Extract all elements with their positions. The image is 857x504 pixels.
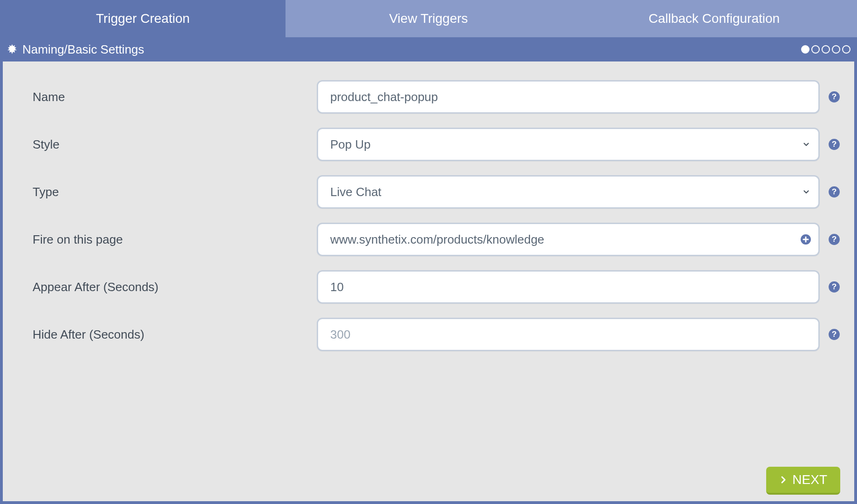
form-footer: NEXT bbox=[33, 465, 840, 497]
help-icon[interactable]: ? bbox=[828, 138, 840, 150]
label-name: Name bbox=[33, 90, 317, 104]
row-fire-page: Fire on this page ? bbox=[33, 223, 840, 256]
chevron-right-icon bbox=[779, 476, 788, 484]
help-icon[interactable]: ? bbox=[828, 328, 840, 341]
badge-icon bbox=[7, 44, 18, 55]
svg-text:?: ? bbox=[832, 282, 837, 291]
help-icon[interactable]: ? bbox=[828, 281, 840, 293]
row-style: Style Pop Up ? bbox=[33, 128, 840, 161]
appear-after-input[interactable] bbox=[317, 270, 820, 304]
step-dot-1 bbox=[801, 45, 809, 54]
label-hide-after: Hide After (Seconds) bbox=[33, 327, 317, 342]
name-input[interactable] bbox=[317, 80, 820, 114]
step-dot-4 bbox=[832, 45, 840, 54]
section-header: Naming/Basic Settings bbox=[0, 37, 857, 61]
label-style: Style bbox=[33, 137, 317, 152]
help-icon[interactable]: ? bbox=[828, 91, 840, 103]
tab-label: Trigger Creation bbox=[96, 11, 190, 26]
tab-trigger-creation[interactable]: Trigger Creation bbox=[0, 0, 286, 37]
next-button-label: NEXT bbox=[792, 472, 827, 487]
next-button[interactable]: NEXT bbox=[766, 467, 840, 495]
tab-label: Callback Configuration bbox=[648, 11, 780, 26]
svg-text:?: ? bbox=[832, 329, 837, 339]
fire-page-input[interactable] bbox=[317, 223, 820, 256]
label-type: Type bbox=[33, 185, 317, 199]
label-fire-page: Fire on this page bbox=[33, 232, 317, 247]
step-dot-2 bbox=[811, 45, 820, 54]
row-type: Type Live Chat ? bbox=[33, 175, 840, 209]
svg-text:?: ? bbox=[832, 234, 837, 244]
hide-after-input[interactable] bbox=[317, 318, 820, 351]
help-icon[interactable]: ? bbox=[828, 186, 840, 198]
label-appear-after: Appear After (Seconds) bbox=[33, 280, 317, 294]
top-tabs: Trigger Creation View Triggers Callback … bbox=[0, 0, 857, 37]
type-select[interactable]: Live Chat bbox=[317, 175, 820, 209]
svg-text:?: ? bbox=[832, 187, 837, 196]
style-select[interactable]: Pop Up bbox=[317, 128, 820, 161]
row-name: Name ? bbox=[33, 80, 840, 114]
help-icon[interactable]: ? bbox=[828, 233, 840, 245]
tab-view-triggers[interactable]: View Triggers bbox=[286, 0, 571, 37]
row-appear-after: Appear After (Seconds) ? bbox=[33, 270, 840, 304]
row-hide-after: Hide After (Seconds) ? bbox=[33, 318, 840, 351]
step-dot-5 bbox=[842, 45, 850, 54]
svg-text:?: ? bbox=[832, 139, 837, 149]
section-title: Naming/Basic Settings bbox=[22, 42, 144, 57]
step-progress bbox=[801, 45, 850, 54]
plus-circle-icon[interactable] bbox=[800, 234, 811, 245]
tab-label: View Triggers bbox=[389, 11, 468, 26]
step-dot-3 bbox=[822, 45, 830, 54]
tab-callback-configuration[interactable]: Callback Configuration bbox=[571, 0, 857, 37]
form-body: Name ? Style Pop Up bbox=[0, 61, 857, 504]
svg-text:?: ? bbox=[832, 92, 837, 101]
svg-marker-0 bbox=[7, 44, 17, 54]
